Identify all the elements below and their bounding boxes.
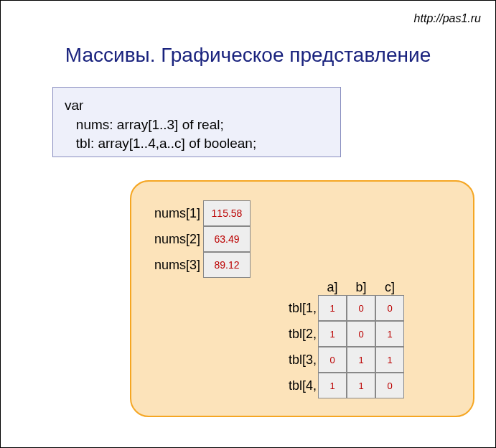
tbl-cell: 1 bbox=[347, 373, 375, 398]
tbl-row-label: tbl[2, bbox=[278, 327, 318, 342]
page-title: Массивы. Графическое представление bbox=[1, 44, 495, 67]
tbl-column-headers: a] b] c] bbox=[278, 274, 404, 295]
tbl-row-label: tbl[3, bbox=[278, 353, 318, 368]
tbl-cell: 1 bbox=[375, 321, 404, 347]
tbl-cell: 1 bbox=[318, 321, 347, 347]
tbl-cell: 1 bbox=[318, 295, 347, 321]
tbl-row: tbl[1, 1 0 0 bbox=[278, 295, 404, 321]
diagram-page: http://pas1.ru Массивы. Графическое пред… bbox=[0, 0, 496, 448]
source-url: http://pas1.ru bbox=[414, 12, 481, 25]
code-line-nums: nums: array[1..3] of real; bbox=[65, 116, 329, 135]
nums-row: nums[3] 89.12 bbox=[146, 252, 251, 278]
nums-row: nums[1] 115.58 bbox=[146, 200, 251, 226]
tbl-array-visual: a] b] c] tbl[1, 1 0 0 tbl[2, 1 0 1 tbl[3… bbox=[278, 274, 404, 398]
nums-row: nums[2] 63.49 bbox=[146, 226, 251, 252]
tbl-row-label: tbl[4, bbox=[278, 378, 318, 393]
nums-cell: 89.12 bbox=[203, 252, 251, 278]
nums-cell: 63.49 bbox=[203, 226, 251, 252]
code-declaration-box: var nums: array[1..3] of real; tbl: arra… bbox=[52, 87, 341, 157]
memory-visualization-box: nums[1] 115.58 nums[2] 63.49 nums[3] 89.… bbox=[130, 180, 474, 417]
tbl-cell: 1 bbox=[375, 347, 404, 373]
tbl-cell: 0 bbox=[347, 321, 375, 347]
nums-label: nums[1] bbox=[146, 206, 203, 221]
code-line-tbl: tbl: array[1..4,a..c] of boolean; bbox=[65, 134, 329, 154]
nums-cell: 115.58 bbox=[203, 200, 251, 226]
tbl-cell: 0 bbox=[375, 295, 404, 321]
tbl-row: tbl[3, 0 1 1 bbox=[278, 347, 404, 373]
nums-label: nums[2] bbox=[146, 232, 203, 247]
tbl-col-c: c] bbox=[375, 280, 404, 295]
tbl-row: tbl[4, 1 1 0 bbox=[278, 373, 404, 398]
nums-array-visual: nums[1] 115.58 nums[2] 63.49 nums[3] 89.… bbox=[146, 200, 251, 278]
code-line-var: var bbox=[65, 96, 329, 116]
tbl-cell: 1 bbox=[318, 373, 347, 398]
tbl-cell: 0 bbox=[347, 295, 375, 321]
tbl-cell: 0 bbox=[375, 373, 404, 398]
tbl-cell: 1 bbox=[347, 347, 375, 373]
tbl-row-label: tbl[1, bbox=[278, 301, 318, 316]
tbl-col-b: b] bbox=[347, 280, 375, 295]
tbl-row: tbl[2, 1 0 1 bbox=[278, 321, 404, 347]
tbl-col-a: a] bbox=[318, 280, 347, 295]
tbl-cell: 0 bbox=[318, 347, 347, 373]
nums-label: nums[3] bbox=[146, 258, 203, 273]
